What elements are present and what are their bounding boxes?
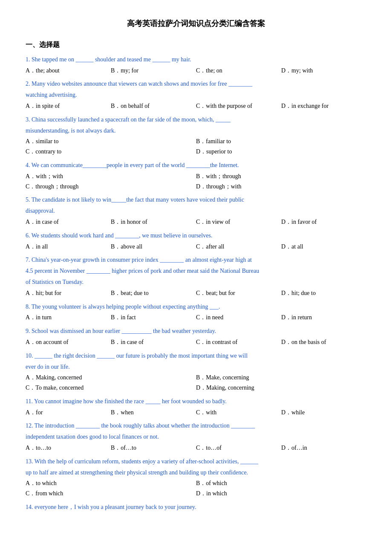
question-text: 2. Many video websites announce that vie… <box>26 79 366 89</box>
option-item[interactable]: C．from which <box>26 489 196 499</box>
question-text: 3. China successfully launched a spacecr… <box>26 115 366 125</box>
option-item[interactable]: C．with the purpose of <box>196 101 281 111</box>
option-item[interactable]: D．at all <box>281 242 366 252</box>
question-text-continued: misunderstanding, is not always dark. <box>26 126 366 136</box>
question-block: 5. The candidate is not likely to win___… <box>26 195 366 227</box>
option-item[interactable]: A．Making, concerned <box>26 373 196 383</box>
option-item[interactable]: C．in contrast of <box>196 337 281 347</box>
option-item[interactable]: B．familiar to <box>196 136 366 147</box>
question-text: 7. China's year-on-year growth in consum… <box>26 255 366 265</box>
option-item[interactable]: B．on behalf of <box>111 101 196 111</box>
question-text: 14. everyone here，I wish you a pleasant … <box>26 502 366 512</box>
option-item[interactable]: B．in case of <box>111 337 196 347</box>
option-item[interactable]: D．my; with <box>281 66 366 76</box>
option-item[interactable]: B．above all <box>111 242 196 252</box>
option-item[interactable]: C．the; on <box>196 66 281 76</box>
option-item[interactable]: D．in return <box>281 312 366 323</box>
question-text: 4. We can communicate________people in e… <box>26 160 366 171</box>
question-body: China successfully launched a spacecraft… <box>32 116 231 123</box>
questions-container: 1. She tapped me on ______ shoulder and … <box>26 55 366 512</box>
option-item[interactable]: C．to…of <box>196 443 281 453</box>
options-row: A．in allB．above allC．after allD．at all <box>26 242 366 252</box>
question-body: We students should work hard and _______… <box>32 232 213 239</box>
question-block: 3. China successfully launched a spacecr… <box>26 115 366 157</box>
option-item[interactable]: A．hit; but for <box>26 288 111 298</box>
question-number: 3. <box>26 116 32 123</box>
option-item[interactable]: D．on the basis of <box>281 337 366 347</box>
question-block: 8. The young volunteer is always helping… <box>26 302 366 323</box>
question-text: 9. School was dismissed an hour earlier … <box>26 326 366 336</box>
options-row: A．the; aboutB．my; forC．the; onD．my; with <box>26 66 366 76</box>
option-item[interactable]: D．superior to <box>196 147 366 157</box>
question-number: 11. <box>26 398 34 405</box>
option-item[interactable]: A．on account of <box>26 337 111 347</box>
question-body: She tapped me on ______ shoulder and tea… <box>32 56 191 63</box>
question-text: 13. With the help of curriculum reform, … <box>26 457 366 467</box>
option-item[interactable]: D．in favor of <box>281 217 366 227</box>
question-block: 13. With the help of curriculum reform, … <box>26 457 366 499</box>
question-body: everyone here，I wish you a pleasant jour… <box>35 504 196 510</box>
option-item[interactable]: A．in turn <box>26 312 111 323</box>
options-row: A．in turnB．in factC．in needD．in return <box>26 312 366 323</box>
option-item[interactable]: B．Make, concerning <box>196 373 366 383</box>
option-item[interactable]: C．contrary to <box>26 147 196 157</box>
options-row: A．to…toB．of…toC．to…ofD．of…in <box>26 443 366 453</box>
question-body: With the help of curriculum reform, stud… <box>35 458 258 465</box>
section-title: 一、选择题 <box>26 39 366 50</box>
question-block: 1. She tapped me on ______ shoulder and … <box>26 55 366 76</box>
option-item[interactable]: A．similar to <box>26 136 196 147</box>
question-number: 2. <box>26 81 32 87</box>
question-block: 12. The introduction ________ the book r… <box>26 421 366 453</box>
option-item[interactable]: D．in which <box>196 489 366 499</box>
question-number: 12. <box>26 422 35 429</box>
option-item[interactable]: C．with <box>196 408 281 418</box>
option-item[interactable]: B．of which <box>196 478 366 489</box>
question-number: 5. <box>26 197 32 203</box>
question-text-continued2: of Statistics on Tuesday. <box>26 277 366 287</box>
option-item[interactable]: A．in spite of <box>26 101 111 111</box>
options-row: A．forB．whenC．withD．while <box>26 408 366 418</box>
option-item[interactable]: B．my; for <box>111 66 196 76</box>
option-item[interactable]: A．in case of <box>26 217 111 227</box>
option-item[interactable]: D．Making, concerning <box>196 383 366 393</box>
option-item[interactable]: A．the; about <box>26 66 111 76</box>
question-body: The candidate is not likely to win_____t… <box>32 197 244 203</box>
question-block: 14. everyone here，I wish you a pleasant … <box>26 502 366 512</box>
question-number: 10. <box>26 353 35 359</box>
option-item[interactable]: B．in honor of <box>111 217 196 227</box>
question-block: 11. You cannot imagine how she finished … <box>26 396 366 418</box>
option-item[interactable]: A．in all <box>26 242 111 252</box>
option-item[interactable]: C．beat; but for <box>196 288 281 298</box>
option-item[interactable]: B．of…to <box>111 443 196 453</box>
question-text: 10. ______ the right decision ______ our… <box>26 351 366 361</box>
option-item[interactable]: B．with；through <box>196 171 366 182</box>
option-item[interactable]: D．through；with <box>196 182 366 192</box>
option-item[interactable]: A．to which <box>26 478 196 489</box>
option-item[interactable]: B．in fact <box>111 312 196 323</box>
option-item[interactable]: A．with；with <box>26 171 196 182</box>
option-item[interactable]: B．beat; due to <box>111 288 196 298</box>
options-row: A．in case ofB．in honor ofC．in view ofD．i… <box>26 217 366 227</box>
option-item[interactable]: D．hit; due to <box>281 288 366 298</box>
option-item[interactable]: C．through；through <box>26 182 196 192</box>
option-item[interactable]: C．To make, concerned <box>26 383 196 393</box>
option-item[interactable]: A．for <box>26 408 111 418</box>
option-item[interactable]: B．when <box>111 408 196 418</box>
question-block: 7. China's year-on-year growth in consum… <box>26 255 366 298</box>
option-item[interactable]: C．in view of <box>196 217 281 227</box>
question-text: 1. She tapped me on ______ shoulder and … <box>26 55 366 65</box>
question-block: 4. We can communicate________people in e… <box>26 160 366 191</box>
options-row: A．with；withB．with；throughC．through；throu… <box>26 171 366 192</box>
option-item[interactable]: D．while <box>281 408 366 418</box>
question-body: The introduction ________ the book rough… <box>35 422 255 429</box>
question-block: 10. ______ the right decision ______ our… <box>26 351 366 393</box>
question-body: You cannot imagine how she finished the … <box>34 398 227 405</box>
option-item[interactable]: C．after all <box>196 242 281 252</box>
question-body: ______ the right decision ______ our fut… <box>35 353 248 359</box>
option-item[interactable]: C．in need <box>196 312 281 323</box>
option-item[interactable]: A．to…to <box>26 443 111 453</box>
option-item[interactable]: D．of…in <box>281 443 366 453</box>
question-block: 2. Many video websites announce that vie… <box>26 79 366 111</box>
option-item[interactable]: D．in exchange for <box>281 101 366 111</box>
question-number: 4. <box>26 162 32 168</box>
